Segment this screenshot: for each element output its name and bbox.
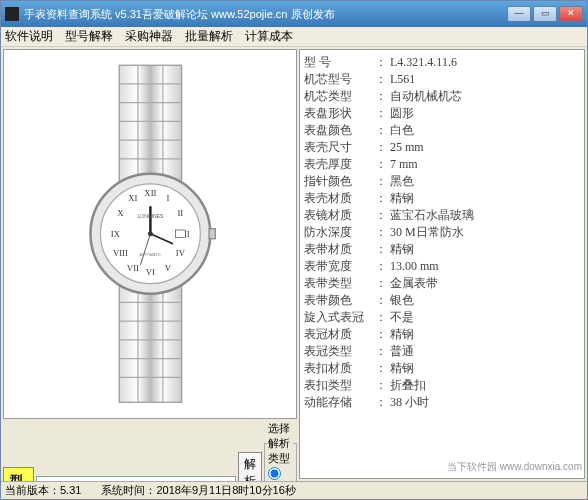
radio-single-input[interactable] xyxy=(268,467,281,480)
svg-text:X: X xyxy=(117,208,124,218)
app-icon xyxy=(5,7,19,21)
statusbar: 当前版本：5.31 系统时间：2018年9月11日8时10分16秒 xyxy=(1,481,587,499)
spec-label: 表带材质 xyxy=(304,241,372,258)
spec-panel: 型 号：L4.321.4.11.6机芯型号：L561机芯类型：自动机械机芯表盘形… xyxy=(299,49,585,479)
spec-label: 防水深度 xyxy=(304,224,372,241)
menu-item-3[interactable]: 批量解析 xyxy=(185,28,233,45)
spec-row-4: 表盘颜色：白色 xyxy=(304,122,580,139)
parse-button[interactable]: 解析完毕 xyxy=(238,452,262,481)
spec-row-20: 动能存储：38 小时 xyxy=(304,394,580,411)
maximize-button[interactable]: ▭ xyxy=(533,6,557,22)
spec-value: 普通 xyxy=(390,343,414,360)
svg-rect-1 xyxy=(119,284,181,403)
minimize-button[interactable]: — xyxy=(507,6,531,22)
spec-label: 表冠类型 xyxy=(304,343,372,360)
spec-label: 型 号 xyxy=(304,54,372,71)
left-panel: XIIIIIVIIX IIIIVV VIIVIIIXXI LONGINES AU… xyxy=(1,47,299,481)
model-row: 型号: 解析完毕 选择解析类型 单个解析 多个对比 xyxy=(3,421,297,481)
spec-label: 表盘颜色 xyxy=(304,122,372,139)
spec-label: 表带宽度 xyxy=(304,258,372,275)
spec-row-19: 表扣类型：折叠扣 xyxy=(304,377,580,394)
spec-value: 7 mm xyxy=(390,156,418,173)
spec-row-3: 表盘形状：圆形 xyxy=(304,105,580,122)
spec-value: 30 M日常防水 xyxy=(390,224,464,241)
spec-row-6: 表壳厚度：7 mm xyxy=(304,156,580,173)
spec-value: 25 mm xyxy=(390,139,424,156)
spec-label: 旋入式表冠 xyxy=(304,309,372,326)
svg-point-34 xyxy=(147,231,152,236)
spec-value: L561 xyxy=(390,71,415,88)
menubar: 软件说明 型号解释 采购神器 批量解析 计算成本 xyxy=(1,27,587,47)
spec-label: 表壳材质 xyxy=(304,190,372,207)
menu-item-2[interactable]: 采购神器 xyxy=(125,28,173,45)
window-controls: — ▭ ✕ xyxy=(507,6,583,22)
spec-label: 表扣类型 xyxy=(304,377,372,394)
spec-row-2: 机芯类型：自动机械机芯 xyxy=(304,88,580,105)
spec-value: 精钢 xyxy=(390,241,414,258)
spec-value: 蓝宝石水晶玻璃 xyxy=(390,207,474,224)
menu-item-4[interactable]: 计算成本 xyxy=(245,28,293,45)
svg-text:VII: VII xyxy=(126,263,138,273)
model-label: 型号: xyxy=(3,467,34,481)
svg-text:IV: IV xyxy=(175,248,185,258)
spec-value: 精钢 xyxy=(390,326,414,343)
spec-label: 机芯类型 xyxy=(304,88,372,105)
content-area: XIIIIIVIIX IIIIVV VIIVIIIXXI LONGINES AU… xyxy=(1,47,587,481)
spec-row-9: 表镜材质：蓝宝石水晶玻璃 xyxy=(304,207,580,224)
svg-text:I: I xyxy=(166,193,169,203)
spec-row-14: 表带颜色：银色 xyxy=(304,292,580,309)
spec-value: 银色 xyxy=(390,292,414,309)
watch-image: XIIIIIVIIX IIIIVV VIIVIIIXXI LONGINES AU… xyxy=(3,49,297,419)
spec-label: 表壳厚度 xyxy=(304,156,372,173)
spec-value: 黑色 xyxy=(390,173,414,190)
spec-label: 动能存储 xyxy=(304,394,372,411)
spec-row-7: 指针颜色：黑色 xyxy=(304,173,580,190)
spec-row-8: 表壳材质：精钢 xyxy=(304,190,580,207)
svg-rect-30 xyxy=(175,230,185,237)
watermark: 当下软件园 www.downxia.com xyxy=(447,460,582,474)
spec-value: 精钢 xyxy=(390,190,414,207)
spec-value: 精钢 xyxy=(390,360,414,377)
svg-text:VIII: VIII xyxy=(113,248,128,258)
svg-text:V: V xyxy=(164,263,171,273)
spec-label: 表带颜色 xyxy=(304,292,372,309)
svg-text:XI: XI xyxy=(128,193,137,203)
svg-text:II: II xyxy=(177,208,183,218)
parse-type-group: 选择解析类型 单个解析 多个对比 xyxy=(264,421,297,481)
spec-value: L4.321.4.11.6 xyxy=(390,54,457,71)
close-button[interactable]: ✕ xyxy=(559,6,583,22)
svg-text:VI: VI xyxy=(145,267,154,277)
spec-value: 金属表带 xyxy=(390,275,438,292)
status-systime: 系统时间：2018年9月11日8时10分16秒 xyxy=(101,483,295,498)
spec-row-10: 防水深度：30 M日常防水 xyxy=(304,224,580,241)
menu-item-0[interactable]: 软件说明 xyxy=(5,28,53,45)
spec-row-0: 型 号：L4.321.4.11.6 xyxy=(304,54,580,71)
svg-rect-0 xyxy=(119,65,181,184)
radio-single[interactable]: 单个解析 xyxy=(268,467,291,481)
spec-row-11: 表带材质：精钢 xyxy=(304,241,580,258)
spec-value: 不是 xyxy=(390,309,414,326)
spec-label: 表冠材质 xyxy=(304,326,372,343)
app-window: 手表资料查询系统 v5.31吾爱破解论坛 www.52pojie.cn 原创发布… xyxy=(0,0,588,500)
spec-value: 13.00 mm xyxy=(390,258,439,275)
parse-type-legend: 选择解析类型 xyxy=(268,421,293,466)
svg-text:AUTOMATIC: AUTOMATIC xyxy=(139,253,161,257)
spec-label: 机芯型号 xyxy=(304,71,372,88)
spec-value: 圆形 xyxy=(390,105,414,122)
window-title: 手表资料查询系统 v5.31吾爱破解论坛 www.52pojie.cn 原创发布 xyxy=(24,7,507,22)
svg-text:LONGINES: LONGINES xyxy=(137,213,163,219)
titlebar[interactable]: 手表资料查询系统 v5.31吾爱破解论坛 www.52pojie.cn 原创发布… xyxy=(1,1,587,27)
spec-row-18: 表扣材质：精钢 xyxy=(304,360,580,377)
spec-row-15: 旋入式表冠：不是 xyxy=(304,309,580,326)
spec-row-5: 表壳尺寸：25 mm xyxy=(304,139,580,156)
spec-value: 折叠扣 xyxy=(390,377,426,394)
svg-text:XII: XII xyxy=(144,189,156,199)
svg-text:IX: IX xyxy=(110,230,120,240)
spec-value: 自动机械机芯 xyxy=(390,88,462,105)
spec-row-16: 表冠材质：精钢 xyxy=(304,326,580,343)
menu-item-1[interactable]: 型号解释 xyxy=(65,28,113,45)
spec-label: 表镜材质 xyxy=(304,207,372,224)
watch-illustration: XIIIIIVIIX IIIIVV VIIVIIIXXI LONGINES AU… xyxy=(19,59,282,409)
spec-row-12: 表带宽度：13.00 mm xyxy=(304,258,580,275)
spec-label: 表盘形状 xyxy=(304,105,372,122)
